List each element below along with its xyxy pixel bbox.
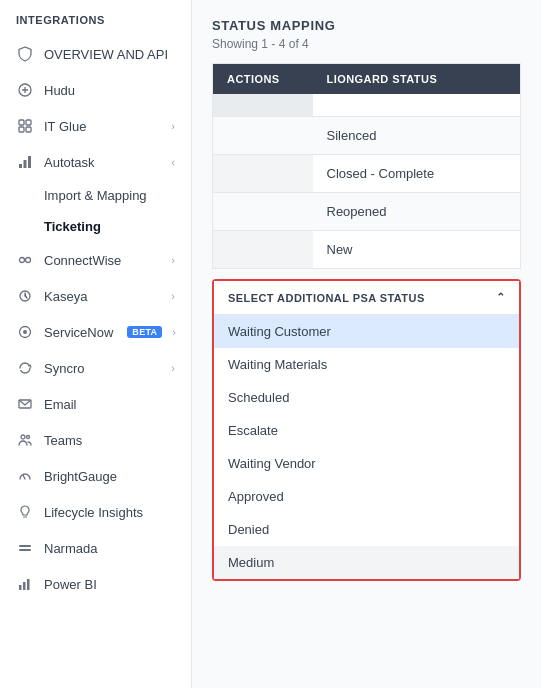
- status-cell: Silenced: [313, 117, 521, 155]
- status-cell: Reopened: [313, 193, 521, 231]
- dropdown-item-escalate[interactable]: Escalate: [214, 414, 519, 447]
- lightbulb-icon: [16, 503, 34, 521]
- dropdown-item-medium[interactable]: Medium: [214, 546, 519, 579]
- table-row: [213, 94, 521, 117]
- sidebar-item-itglue[interactable]: IT Glue ›: [0, 108, 191, 144]
- sidebar-item-hudu[interactable]: Hudu: [0, 72, 191, 108]
- sidebar-item-label: Hudu: [44, 83, 175, 98]
- svg-rect-17: [19, 549, 31, 551]
- section-title: STATUS MAPPING: [212, 18, 521, 33]
- chevron-up-icon: ‹: [171, 156, 175, 168]
- table-row: Closed - Complete: [213, 155, 521, 193]
- shield-icon: [16, 45, 34, 63]
- sidebar-item-syncro[interactable]: Syncro ›: [0, 350, 191, 386]
- status-cell: New: [313, 231, 521, 269]
- sidebar-item-servicenow[interactable]: ServiceNow BETA ›: [0, 314, 191, 350]
- sidebar-item-label: BrightGauge: [44, 469, 175, 484]
- main-content: STATUS MAPPING Showing 1 - 4 of 4 ACTION…: [192, 0, 541, 688]
- chevron-down-icon: ›: [171, 362, 175, 374]
- svg-rect-2: [26, 120, 31, 125]
- svg-rect-18: [19, 585, 22, 590]
- sidebar-item-email[interactable]: Email: [0, 386, 191, 422]
- sidebar-item-powerbi[interactable]: Power BI: [0, 566, 191, 602]
- chevron-down-icon: ›: [171, 254, 175, 266]
- kaseya-icon: [16, 287, 34, 305]
- dropdown-item-scheduled[interactable]: Scheduled: [214, 381, 519, 414]
- sidebar-item-ticketing[interactable]: Ticketing: [0, 211, 191, 242]
- sidebar-item-lifecycle[interactable]: Lifecycle Insights: [0, 494, 191, 530]
- svg-point-14: [27, 436, 30, 439]
- showing-text: Showing 1 - 4 of 4: [212, 37, 521, 51]
- hudu-icon: [16, 81, 34, 99]
- sidebar-item-label: Syncro: [44, 361, 161, 376]
- svg-rect-5: [19, 164, 22, 168]
- syncro-icon: [16, 359, 34, 377]
- table-header-actions: ACTIONS: [213, 64, 313, 95]
- dropdown-item-waiting-vendor[interactable]: Waiting Vendor: [214, 447, 519, 480]
- dropdown-label: SELECT ADDITIONAL PSA STATUS: [228, 292, 425, 304]
- svg-rect-3: [19, 127, 24, 132]
- sidebar-item-label: Lifecycle Insights: [44, 505, 175, 520]
- teams-icon: [16, 431, 34, 449]
- action-cell: [213, 193, 313, 231]
- svg-point-13: [21, 435, 25, 439]
- table-row: Reopened: [213, 193, 521, 231]
- gauge-icon: [16, 467, 34, 485]
- action-cell: [213, 231, 313, 269]
- svg-point-8: [20, 258, 25, 263]
- table-header-liongard: LIONGARD STATUS: [313, 64, 521, 95]
- sidebar-item-label: ConnectWise: [44, 253, 161, 268]
- psa-status-dropdown[interactable]: SELECT ADDITIONAL PSA STATUS ⌃ Waiting C…: [212, 279, 521, 581]
- action-cell: [213, 117, 313, 155]
- svg-point-11: [23, 330, 27, 334]
- sidebar: INTEGRATIONS OVERVIEW AND API Hudu: [0, 0, 192, 688]
- svg-rect-6: [24, 160, 27, 168]
- status-cell: [313, 94, 521, 117]
- svg-rect-4: [26, 127, 31, 132]
- sidebar-item-label: Kaseya: [44, 289, 161, 304]
- sidebar-item-label: IT Glue: [44, 119, 161, 134]
- autotask-icon: [16, 153, 34, 171]
- sidebar-item-label: Import & Mapping: [44, 188, 147, 203]
- sidebar-item-brightgauge[interactable]: BrightGauge: [0, 458, 191, 494]
- chevron-down-icon: ›: [172, 326, 176, 338]
- status-mapping-table: ACTIONS LIONGARD STATUS Silenced Closed …: [212, 63, 521, 269]
- sidebar-item-import-mapping[interactable]: Import & Mapping: [0, 180, 191, 211]
- sidebar-item-narmada[interactable]: Narmada: [0, 530, 191, 566]
- mail-icon: [16, 395, 34, 413]
- svg-rect-19: [23, 582, 26, 590]
- narmada-icon: [16, 539, 34, 557]
- chevron-down-icon: ›: [171, 290, 175, 302]
- sidebar-item-kaseya[interactable]: Kaseya ›: [0, 278, 191, 314]
- itglue-icon: [16, 117, 34, 135]
- beta-badge: BETA: [127, 326, 162, 338]
- sidebar-item-teams[interactable]: Teams: [0, 422, 191, 458]
- action-cell: [213, 155, 313, 193]
- svg-rect-7: [28, 156, 31, 168]
- powerbi-icon: [16, 575, 34, 593]
- sidebar-header: INTEGRATIONS: [0, 0, 191, 36]
- action-cell: [213, 94, 313, 117]
- dropdown-item-denied[interactable]: Denied: [214, 513, 519, 546]
- svg-point-9: [26, 258, 31, 263]
- sidebar-item-label: OVERVIEW AND API: [44, 47, 175, 62]
- sidebar-item-overview[interactable]: OVERVIEW AND API: [0, 36, 191, 72]
- svg-rect-20: [27, 579, 30, 590]
- sidebar-item-label: Email: [44, 397, 175, 412]
- dropdown-item-waiting-customer[interactable]: Waiting Customer: [214, 315, 519, 348]
- sidebar-item-connectwise[interactable]: ConnectWise ›: [0, 242, 191, 278]
- status-cell: Closed - Complete: [313, 155, 521, 193]
- dropdown-item-approved[interactable]: Approved: [214, 480, 519, 513]
- sidebar-item-label: Autotask: [44, 155, 161, 170]
- sidebar-item-label: Ticketing: [44, 219, 101, 234]
- connectwise-icon: [16, 251, 34, 269]
- sidebar-item-autotask[interactable]: Autotask ‹: [0, 144, 191, 180]
- servicenow-icon: [16, 323, 34, 341]
- dropdown-item-waiting-materials[interactable]: Waiting Materials: [214, 348, 519, 381]
- sidebar-item-label: Teams: [44, 433, 175, 448]
- dropdown-header[interactable]: SELECT ADDITIONAL PSA STATUS ⌃: [214, 281, 519, 314]
- table-row: Silenced: [213, 117, 521, 155]
- svg-rect-16: [19, 545, 31, 547]
- dropdown-list: Waiting Customer Waiting Materials Sched…: [214, 314, 519, 579]
- chevron-up-icon: ⌃: [496, 291, 505, 304]
